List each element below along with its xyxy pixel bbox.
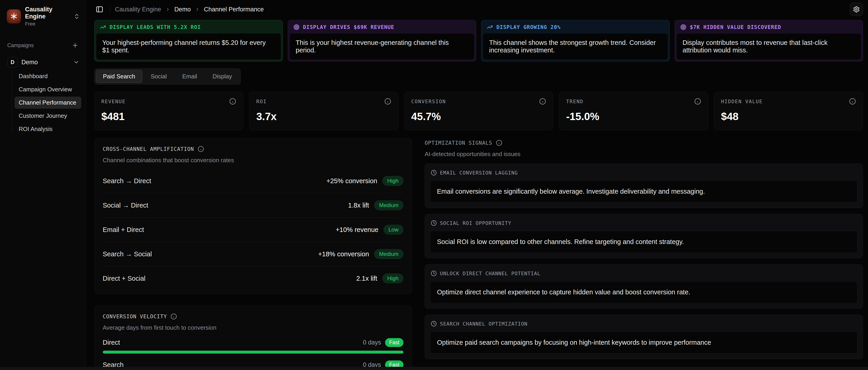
channel-name: Direct — [103, 339, 120, 346]
signal-header: SEARCH CHANNEL OPTIMIZATION — [430, 319, 857, 328]
metric-value: $48 — [721, 110, 856, 122]
velocity-row: Direct 0 days Fast — [103, 338, 403, 353]
tab-display[interactable]: Display — [206, 70, 239, 83]
panel-subtitle: Average days from first touch to convers… — [103, 324, 403, 331]
workspace-meta: Causality Engine Free — [25, 6, 69, 27]
clock-icon — [431, 170, 437, 176]
page-content: DISPLAY LEADS WITH 5.2X ROI Your highest… — [86, 19, 868, 370]
lift-value: +18% conversion — [318, 250, 369, 258]
info-icon[interactable] — [170, 313, 177, 320]
channel-pair: Search → Social — [103, 250, 152, 258]
info-icon[interactable] — [229, 98, 236, 105]
insight-banner-roi-header: DISPLAY LEADS WITH 5.2X ROI — [94, 20, 283, 33]
breadcrumb-current-page: Channel Performance — [204, 6, 264, 13]
info-icon[interactable] — [496, 140, 502, 146]
metric-value: $481 — [101, 110, 236, 122]
metric-cards: REVENUE $481 ROI 3.7x — [94, 92, 863, 130]
info-icon[interactable] — [849, 98, 856, 105]
optimization-signals-section: OPTIMIZATION SIGNALS AI-detected opportu… — [425, 140, 863, 359]
velocity-bar-fill — [103, 351, 403, 353]
amplification-row-right: +18% conversion Medium — [318, 249, 403, 259]
sidebar-item-channel-performance[interactable]: Channel Performance — [14, 96, 81, 109]
insight-banner-body: This is your highest revenue-generating … — [290, 33, 474, 59]
lift-value: 1.8x lift — [348, 202, 369, 209]
chevrons-up-down-icon — [73, 13, 80, 20]
lift-value: 2.1x lift — [356, 275, 377, 282]
channel-pair: Search → Direct — [103, 177, 151, 185]
panel-header: CROSS-CHANNEL AMPLIFICATION — [103, 146, 403, 152]
star-icon — [10, 13, 17, 20]
tab-paid-search[interactable]: Paid Search — [96, 70, 142, 83]
cross-channel-amplification-panel: CROSS-CHANNEL AMPLIFICATION Channel comb… — [94, 138, 412, 294]
main-area: Causality Engine Demo Channel Performanc… — [86, 0, 868, 370]
breadcrumb-demo[interactable]: Demo — [175, 6, 191, 13]
info-icon[interactable] — [694, 98, 701, 105]
insight-banner-growth-header: DISPLAY GROWING 20% — [482, 20, 670, 33]
impact-badge: Low — [383, 225, 403, 235]
clock-icon — [431, 220, 437, 226]
insight-banner-growth: DISPLAY GROWING 20% This channel shows t… — [481, 20, 670, 61]
add-campaign-button[interactable] — [71, 41, 80, 50]
metric-label: ROI — [256, 98, 267, 104]
app-logo — [7, 9, 21, 24]
channel-pair: Email + Direct — [103, 226, 144, 233]
left-column: CROSS-CHANNEL AMPLIFICATION Channel comb… — [94, 138, 412, 370]
metric-label: REVENUE — [101, 98, 126, 104]
panel-left-icon — [96, 5, 103, 13]
section-header: OPTIMIZATION SIGNALS — [425, 140, 863, 146]
signal-card-social-roi: SOCIAL ROI OPPORTUNITY Social ROI is low… — [425, 214, 863, 258]
clock-icon — [431, 271, 437, 276]
sidebar-item-dashboard[interactable]: Dashboard — [14, 70, 81, 82]
signal-title: UNLOCK DIRECT CHANNEL POTENTIAL — [440, 271, 540, 276]
insight-banner-body: This channel shows the strongest growth … — [483, 33, 668, 59]
insight-banner-revenue: DISPLAY DRIVES $69K REVENUE This is your… — [288, 20, 476, 61]
signal-body: Email conversions are significantly belo… — [430, 181, 857, 202]
channel-tabs: Paid Search Social Email Display — [94, 68, 241, 85]
amplification-row-right: +25% conversion High — [326, 176, 403, 186]
target-icon — [680, 24, 686, 30]
metric-label: CONVERSION — [411, 98, 446, 104]
sidebar-item-customer-journey[interactable]: Customer Journey — [14, 110, 81, 122]
panel-title-text: CONVERSION VELOCITY — [103, 313, 167, 319]
metric-card-conversion: CONVERSION 45.7% — [404, 92, 553, 130]
info-icon[interactable] — [539, 98, 546, 105]
amplification-row-right: 1.8x lift Medium — [348, 200, 403, 210]
impact-badge: Medium — [374, 200, 403, 210]
amplification-row: Direct + Social 2.1x lift High — [103, 266, 403, 290]
signal-header: EMAIL CONVERSION LAGGING — [430, 168, 857, 177]
velocity-row-right: 0 days Fast — [363, 338, 403, 347]
lift-value: +25% conversion — [326, 177, 377, 185]
signal-body: Optimize paid search campaigns by focusi… — [430, 332, 857, 353]
metric-value: 45.7% — [411, 110, 546, 122]
sidebar-toggle-button[interactable] — [94, 4, 105, 15]
info-icon[interactable] — [198, 146, 204, 152]
campaign-demo-toggle[interactable]: D Demo — [5, 57, 81, 67]
amplification-rows: Search → Direct +25% conversion High Soc… — [103, 169, 403, 290]
settings-button[interactable] — [850, 3, 863, 16]
workspace-switcher[interactable]: Causality Engine Free — [5, 5, 81, 28]
tab-social[interactable]: Social — [144, 70, 174, 83]
target-icon — [293, 24, 300, 30]
metric-card-header: ROI — [256, 98, 391, 105]
amplification-row-right: 2.1x lift High — [356, 274, 403, 283]
section-title-text: OPTIMIZATION SIGNALS — [425, 140, 492, 146]
signal-card-direct-potential: UNLOCK DIRECT CHANNEL POTENTIAL Optimize… — [425, 264, 863, 309]
sidebar-item-campaign-overview[interactable]: Campaign Overview — [14, 83, 81, 95]
impact-badge: High — [382, 176, 403, 186]
breadcrumb-root[interactable]: Causality Engine — [115, 6, 161, 13]
info-icon[interactable] — [384, 98, 391, 105]
metric-card-trend: TREND -15.0% — [559, 92, 708, 130]
panel-header: CONVERSION VELOCITY — [103, 313, 403, 320]
campaigns-label: Campaigns — [7, 42, 34, 49]
app-root: Causality Engine Free Campaigns D Demo — [0, 0, 868, 370]
signal-title: SOCIAL ROI OPPORTUNITY — [440, 220, 511, 226]
tab-email[interactable]: Email — [175, 70, 204, 83]
sidebar-item-roi-analysis[interactable]: ROI Analysis — [14, 123, 81, 135]
metric-card-header: TREND — [566, 98, 701, 105]
campaigns-section-header: Campaigns — [5, 41, 81, 50]
insight-banner-title: DISPLAY DRIVES $69K REVENUE — [303, 24, 394, 30]
days-value: 0 days — [363, 339, 381, 346]
channel-pair: Social → Direct — [103, 202, 148, 209]
impact-badge: Medium — [374, 249, 403, 259]
signal-header: UNLOCK DIRECT CHANNEL POTENTIAL — [430, 269, 857, 278]
